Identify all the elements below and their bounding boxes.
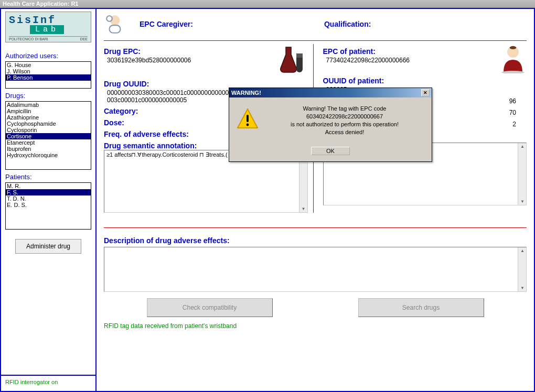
list-item[interactable]: Cortisone bbox=[6, 133, 91, 139]
dialog-title: WARNING! bbox=[231, 90, 261, 96]
weight-value: 70 bbox=[509, 109, 516, 116]
logo-footer-right: DEE bbox=[80, 37, 88, 41]
divider bbox=[104, 40, 527, 41]
check-compatibility-button[interactable]: Check compatibility bbox=[147, 298, 273, 317]
svg-point-8 bbox=[247, 124, 249, 126]
list-item[interactable]: M. R. bbox=[6, 183, 91, 189]
allergies-value: 2 bbox=[512, 121, 516, 128]
drugs-label: Drugs: bbox=[5, 92, 91, 100]
sidebar: SisInf Lab POLITECNICO DI BARI DEE Autho… bbox=[1, 9, 97, 391]
patient-epc-value: 773402422098c22000000666 bbox=[326, 57, 410, 64]
qualification-label: Qualification: bbox=[324, 20, 371, 28]
warning-dialog: WARNING! ✕ Warning! The tag with EPC cod… bbox=[229, 88, 432, 162]
list-item[interactable]: Adalimumab bbox=[6, 102, 91, 108]
patients-listbox[interactable]: M. R.F. S.T. D. N.E. D. S. bbox=[5, 182, 91, 230]
list-item[interactable]: Ampicillin bbox=[6, 108, 91, 114]
desc-label: Description of drug adverse effects: bbox=[104, 236, 527, 245]
list-item[interactable]: Cyclosporin bbox=[6, 127, 91, 133]
caregiver-label: EPC Caregiver: bbox=[140, 20, 193, 28]
list-item[interactable]: T. D. N. bbox=[6, 195, 91, 202]
window-title-bar: Health Care Application: R1 bbox=[0, 0, 535, 8]
caregiver-icon bbox=[104, 13, 126, 35]
list-item[interactable]: J. Wilson bbox=[6, 68, 91, 74]
svg-rect-4 bbox=[296, 53, 303, 58]
logo-subtitle: Lab bbox=[30, 25, 64, 34]
patient-epc-label: EPC of patient: bbox=[323, 47, 410, 56]
scrollbar[interactable] bbox=[518, 247, 526, 291]
list-item[interactable]: E. D. S. bbox=[6, 202, 91, 208]
ok-button[interactable]: OK bbox=[311, 147, 350, 155]
administer-drug-button[interactable]: Administer drug bbox=[15, 239, 81, 254]
desc-textarea[interactable] bbox=[104, 247, 527, 292]
drug-epc-label: Drug EPC: bbox=[104, 47, 191, 56]
users-listbox[interactable]: G. HouseJ. WilsonP. Benson bbox=[5, 61, 91, 89]
list-item[interactable]: P. Benson bbox=[6, 74, 91, 81]
list-item[interactable]: G. House bbox=[6, 62, 91, 68]
rfid-message: RFID tag data received from patient's wr… bbox=[104, 322, 527, 330]
patient-icon bbox=[499, 44, 527, 73]
app-frame: SisInf Lab POLITECNICO DI BARI DEE Autho… bbox=[0, 8, 535, 392]
logo: SisInf Lab POLITECNICO DI BARI DEE bbox=[5, 12, 91, 42]
age-value: 96 bbox=[509, 97, 516, 105]
rfid-status: RFID interrogator on bbox=[1, 375, 95, 388]
patients-label: Patients: bbox=[5, 173, 91, 181]
list-item[interactable]: Cyclophosphamide bbox=[6, 121, 91, 127]
svg-rect-7 bbox=[247, 115, 249, 122]
close-icon[interactable]: ✕ bbox=[421, 89, 430, 96]
main-panel: EPC Caregiver: Qualification: Drug EPC: … bbox=[97, 9, 534, 391]
list-item[interactable]: F. S. bbox=[6, 189, 91, 195]
search-drugs-button[interactable]: Search drugs bbox=[358, 298, 484, 317]
flask-icon bbox=[279, 44, 308, 77]
window-title: Health Care Application: R1 bbox=[3, 1, 78, 7]
scrollbar[interactable] bbox=[518, 143, 526, 205]
svg-point-3 bbox=[107, 16, 111, 20]
list-item[interactable]: Etanercept bbox=[6, 139, 91, 146]
dialog-message: Warning! The tag with EPC code 603402422… bbox=[263, 105, 426, 136]
svg-rect-1 bbox=[110, 25, 121, 33]
drug-epc-value: 3036192e39bd528000000006 bbox=[107, 57, 191, 64]
list-item[interactable]: Ibuprofen bbox=[6, 146, 91, 152]
drugs-listbox[interactable]: AdalimumabAmpicillinAzathioprineCyclopho… bbox=[5, 101, 91, 170]
logo-footer-left: POLITECNICO DI BARI bbox=[9, 37, 48, 41]
patient-ouuid-label: OUUID of patient: bbox=[323, 77, 527, 85]
users-label: Authorized users: bbox=[5, 52, 91, 60]
warning-icon bbox=[236, 107, 260, 131]
drug-ouuid-label: Drug OUUID: bbox=[104, 80, 308, 88]
dialog-title-bar[interactable]: WARNING! ✕ bbox=[229, 88, 432, 97]
list-item[interactable]: Azathioprine bbox=[6, 114, 91, 121]
divider bbox=[104, 227, 527, 228]
list-item[interactable]: Hydroxychloroquine bbox=[6, 152, 91, 158]
logo-title: SisInf bbox=[9, 14, 88, 26]
